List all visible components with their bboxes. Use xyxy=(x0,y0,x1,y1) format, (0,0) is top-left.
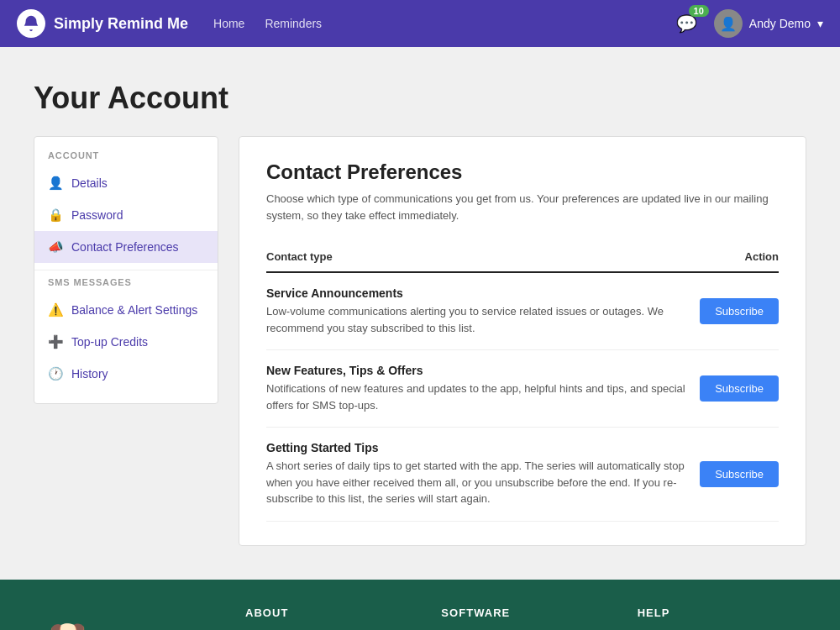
sidebar-item-topup-label: Top-up Credits xyxy=(71,335,148,349)
chat-badge: 10 xyxy=(689,5,709,17)
contact-table: Contact type Action Service Announcement… xyxy=(266,244,779,522)
contact-type-cell: Getting Started Tips A short series of d… xyxy=(266,428,700,522)
sidebar-item-balance[interactable]: ⚠️ Balance & Alert Settings xyxy=(34,294,218,326)
footer-help: HELP Submit a ticket View a ticket Knowl… xyxy=(638,606,806,631)
sidebar-item-contact-prefs[interactable]: 📣 Contact Preferences xyxy=(34,231,218,263)
nav-links: Home Reminders xyxy=(213,17,672,30)
action-cell: Subscribe xyxy=(700,350,779,428)
table-row: Service Announcements Low-volume communi… xyxy=(266,272,779,350)
contact-type-cell: Service Announcements Low-volume communi… xyxy=(266,272,700,350)
footer-software-heading: SOFTWARE xyxy=(441,606,610,619)
contact-type-desc: Notifications of new features and update… xyxy=(266,381,700,413)
contact-type-desc: A short series of daily tips to get star… xyxy=(266,458,700,507)
panel-title: Contact Preferences xyxy=(266,160,779,184)
sidebar-item-history[interactable]: 🕐 History xyxy=(34,358,218,390)
sidebar-item-password-label: Password xyxy=(71,208,123,222)
col-action: Action xyxy=(700,244,779,272)
action-cell: Subscribe xyxy=(700,428,779,522)
contact-type-cell: New Features, Tips & Offers Notification… xyxy=(266,350,700,428)
footer: 🐶 Waggybytes ABOUT About Contact Privacy… xyxy=(0,580,840,631)
account-layout: ACCOUNT 👤 Details 🔒 Password 📣 Contact P… xyxy=(34,136,806,546)
chat-icon[interactable]: 💬 10 xyxy=(672,8,702,39)
footer-logo: 🐶 xyxy=(34,606,101,631)
user-dropdown-icon: ▾ xyxy=(817,17,823,30)
table-row: Getting Started Tips A short series of d… xyxy=(266,428,779,522)
contact-type-name: Getting Started Tips xyxy=(266,441,700,454)
main-content: Your Account ACCOUNT 👤 Details 🔒 Passwor… xyxy=(0,47,840,580)
nav-right: 💬 10 👤 Andy Demo ▾ xyxy=(672,8,823,39)
alert-icon: ⚠️ xyxy=(48,302,63,318)
footer-brand: 🐶 Waggybytes xyxy=(34,606,218,631)
nav-reminders[interactable]: Reminders xyxy=(265,17,322,30)
brand-name: Simply Remind Me xyxy=(54,15,188,33)
table-row: New Features, Tips & Offers Notification… xyxy=(266,350,779,428)
contact-type-name: Service Announcements xyxy=(266,286,700,300)
sidebar-item-balance-label: Balance & Alert Settings xyxy=(71,303,197,317)
sidebar-sms-label: SMS MESSAGES xyxy=(34,277,218,294)
page-title: Your Account xyxy=(34,81,806,116)
sidebar: ACCOUNT 👤 Details 🔒 Password 📣 Contact P… xyxy=(34,136,218,404)
action-cell: Subscribe xyxy=(700,272,779,350)
footer-help-heading: HELP xyxy=(638,606,806,619)
brand-logo xyxy=(17,9,45,38)
megaphone-icon: 📣 xyxy=(48,239,63,255)
sidebar-item-details[interactable]: 👤 Details xyxy=(34,167,218,199)
lock-icon: 🔒 xyxy=(48,207,63,223)
clock-icon: 🕐 xyxy=(48,366,63,381)
footer-grid: 🐶 Waggybytes ABOUT About Contact Privacy… xyxy=(34,606,806,631)
user-menu[interactable]: 👤 Andy Demo ▾ xyxy=(714,9,823,38)
col-contact-type: Contact type xyxy=(266,244,700,272)
sidebar-divider xyxy=(34,270,218,270)
subscribe-button[interactable]: Subscribe xyxy=(700,298,779,324)
sidebar-item-history-label: History xyxy=(71,367,108,381)
footer-about-heading: ABOUT xyxy=(245,606,414,619)
subscribe-button[interactable]: Subscribe xyxy=(700,375,779,402)
user-name: Andy Demo xyxy=(749,17,811,30)
contact-type-name: New Features, Tips & Offers xyxy=(266,364,700,377)
contact-type-desc: Low-volume communications alerting you t… xyxy=(266,303,700,336)
panel-description: Choose which type of communications you … xyxy=(266,191,779,223)
content-panel: Contact Preferences Choose which type of… xyxy=(239,136,806,546)
sidebar-account-label: ACCOUNT xyxy=(34,150,218,167)
footer-about: ABOUT About Contact Privacy Policy xyxy=(245,606,414,631)
plus-circle-icon: ➕ xyxy=(48,334,63,349)
sidebar-item-details-label: Details xyxy=(71,176,108,190)
navbar: Simply Remind Me Home Reminders 💬 10 👤 A… xyxy=(0,0,840,47)
brand[interactable]: Simply Remind Me xyxy=(17,9,188,38)
sidebar-item-topup[interactable]: ➕ Top-up Credits xyxy=(34,326,218,358)
footer-software: SOFTWARE NodeBeagle ›Management Console … xyxy=(441,606,610,631)
user-avatar: 👤 xyxy=(714,9,743,38)
subscribe-button[interactable]: Subscribe xyxy=(700,461,779,487)
nav-home[interactable]: Home xyxy=(213,17,244,30)
sidebar-item-contact-prefs-label: Contact Preferences xyxy=(71,240,179,254)
user-icon: 👤 xyxy=(48,176,63,191)
sidebar-item-password[interactable]: 🔒 Password xyxy=(34,199,218,231)
